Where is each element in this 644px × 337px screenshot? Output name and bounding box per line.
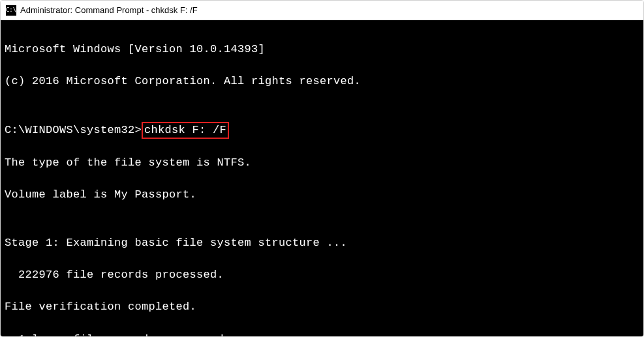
prompt-line: C:\WINDOWS\system32>chkdsk F: /F [5,122,639,139]
window-title: Administrator: Command Prompt - chkdsk F… [20,5,198,15]
output-line: The type of the file system is NTFS. [5,155,639,171]
output-line: File verification completed. [5,299,639,315]
output-line: (c) 2016 Microsoft Corporation. All righ… [5,74,639,90]
cmd-icon: C:\ [6,5,16,16]
output-line: Volume label is My Passport. [5,187,639,203]
output-line: Stage 1: Examining basic file system str… [5,235,639,252]
cmd-icon-label: C:\ [6,7,16,13]
output-line: Microsoft Windows [Version 10.0.14393] [5,42,639,58]
highlighted-command: chkdsk F: /F [142,122,229,139]
command-prompt-window: C:\ Administrator: Command Prompt - chkd… [0,0,644,337]
output-line: 222976 file records processed. [5,267,639,284]
prompt-path: C:\WINDOWS\system32> [5,123,142,139]
output-line: 1 large file records processed. [5,332,639,336]
terminal-output[interactable]: Microsoft Windows [Version 10.0.14393] (… [1,20,643,336]
window-titlebar[interactable]: C:\ Administrator: Command Prompt - chkd… [1,1,643,20]
